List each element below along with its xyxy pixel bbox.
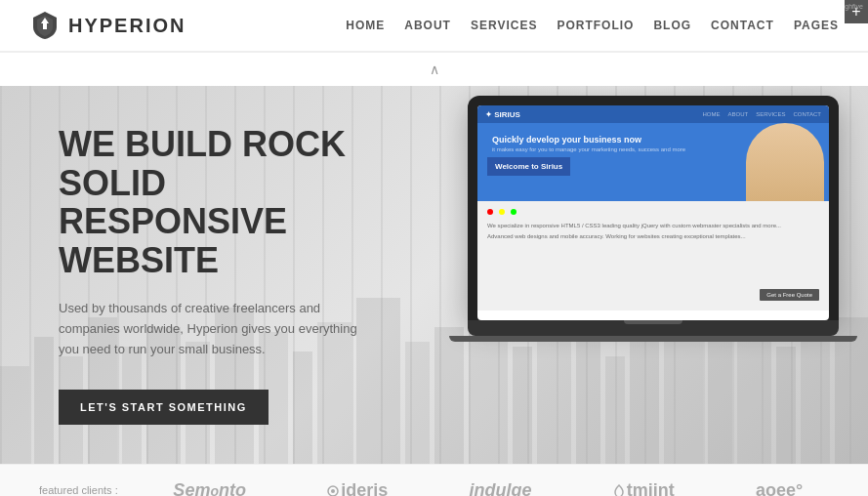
clients-logos: Semonto ideris indulge tmiint aoee° [147,480,829,496]
clients-label: featured clients : [39,484,118,496]
nav-contact[interactable]: CONTACT [711,19,774,32]
client-aoee: aoee° [756,480,803,496]
client-ideris: ideris [327,480,388,496]
clients-bar: featured clients : Semonto ideris indulg… [0,464,868,496]
svg-rect-24 [801,332,830,464]
nav-blog[interactable]: BLOG [653,19,691,32]
hero-title: WE BUILD ROCK SOLID RESPONSIVE WEBSITE [59,125,381,279]
laptop-screen: ✦ SIRIUS HOME ABOUT SERVICES CONTACT Qui… [477,105,829,320]
hero-section: WE BUILD ROCK SOLID RESPONSIVE WEBSITE U… [0,86,868,464]
logo-area: HYPERION [29,10,186,41]
svg-rect-15 [513,347,532,464]
svg-rect-18 [605,356,625,464]
nav-home[interactable]: HOME [346,19,385,32]
laptop-quote-btn: Get a Free Quote [760,289,819,301]
svg-rect-13 [434,327,464,464]
hero-cta-button[interactable]: LET'S START SOMETHING [59,390,269,425]
svg-rect-21 [708,342,732,464]
site-logo-label: ✦ SIRIUS [485,110,520,119]
client-tmiint: tmiint [613,480,675,496]
nav-portfolio[interactable]: PORTFOLIO [557,19,634,32]
client-semonto: Semonto [173,480,246,496]
hero-laptop: ✦ SIRIUS HOME ABOUT SERVICES CONTACT Qui… [468,96,839,342]
hero-content: WE BUILD ROCK SOLID RESPONSIVE WEBSITE U… [0,86,420,464]
main-nav: HOME ABOUT SERVICES PORTFOLIO BLOG CONTA… [346,19,839,32]
nav-about[interactable]: ABOUT [404,19,451,32]
scroll-indicator: ∧ [0,52,868,86]
svg-point-27 [331,489,335,493]
laptop-welcome-box: Welcome to Sirius [487,157,570,176]
laptop-base [449,336,857,342]
hero-subtitle: Used by thousands of creative freelancer… [59,299,381,359]
svg-rect-22 [737,322,771,464]
svg-rect-17 [576,337,600,464]
laptop-outer: ✦ SIRIUS HOME ABOUT SERVICES CONTACT Qui… [468,96,839,320]
logo-icon [29,10,61,41]
nav-pages[interactable]: PAGES [794,19,839,32]
logo-text: HYPERION [68,15,186,37]
svg-rect-19 [630,327,659,464]
header: HYPERION HOME ABOUT SERVICES PORTFOLIO B… [0,0,868,52]
laptop-bottom [468,320,839,336]
nav-services[interactable]: SERVICES [471,19,537,32]
scroll-arrow: ∧ [430,62,439,77]
client-indulge: indulge [470,480,532,496]
svg-rect-23 [776,347,796,464]
